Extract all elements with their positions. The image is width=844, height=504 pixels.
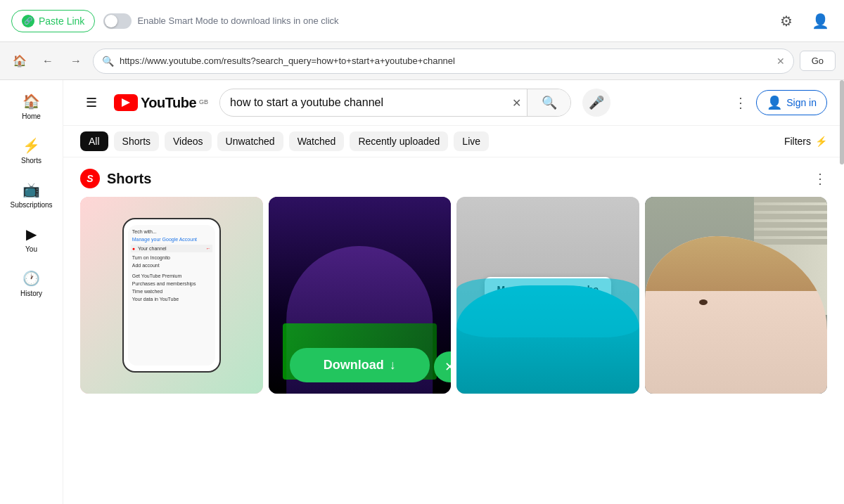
shorts-section-icon: S	[80, 169, 100, 188]
short-card-2[interactable]: NO VOICE Download ↓ ✕	[269, 197, 452, 394]
main-content: 🏠 Home ⚡ Shorts 📺 Subscriptions ▶ You 🕐 …	[0, 80, 844, 504]
search-submit-button[interactable]: 🔍	[527, 89, 570, 116]
sidebar-item-home[interactable]: 🏠 Home	[4, 86, 60, 127]
search-bar: ✕ 🔍	[219, 89, 571, 117]
filter-videos[interactable]: Videos	[165, 131, 212, 151]
short-card-4-bg	[645, 197, 828, 394]
download-icon: ↓	[390, 358, 396, 373]
scrollbar-thumb[interactable]	[840, 80, 844, 164]
sidebar-item-history-label: History	[20, 290, 42, 297]
filters-icon: ⚡	[815, 136, 827, 147]
url-input[interactable]	[120, 56, 771, 66]
sidebar-item-subscriptions-label: Subscriptions	[10, 201, 52, 209]
profile-button[interactable]: 👤	[807, 8, 833, 34]
scrollbar-track[interactable]	[838, 80, 844, 504]
toggle-knob	[105, 15, 117, 27]
go-button[interactable]: Go	[800, 51, 836, 71]
url-clear-button[interactable]: ✕	[776, 56, 785, 67]
url-bar: 🔍 ✕	[93, 49, 794, 74]
smart-mode-text: Enable Smart Mode to download links in o…	[137, 15, 338, 26]
youtube-main: ☰ YouTube GB ✕ 🔍 🎤 ⋮ 👤 Sign i	[63, 80, 844, 504]
short-card-4[interactable]	[645, 197, 828, 394]
youtube-logo-icon	[114, 94, 138, 111]
filter-shorts[interactable]: Shorts	[114, 131, 159, 151]
youtube-logo-text: YouTube	[141, 95, 196, 111]
browser-back-button[interactable]: ←	[37, 50, 59, 72]
mic-button[interactable]: 🎤	[582, 89, 610, 117]
filter-recently-uploaded[interactable]: Recently uploaded	[350, 131, 448, 151]
sign-in-label: Sign in	[786, 97, 817, 108]
shorts-more-button[interactable]: ⋮	[813, 170, 827, 187]
download-button[interactable]: Download ↓	[290, 348, 430, 382]
filters-label: Filters	[784, 136, 811, 147]
top-bar-right: ⚙ 👤	[774, 8, 833, 34]
sidebar-item-you[interactable]: ▶ You	[4, 219, 60, 260]
search-submit-icon: 🔍	[542, 95, 557, 110]
sidebar-item-home-label: Home	[22, 112, 41, 120]
shorts-grid: Tech with... Manage your Google Account …	[63, 197, 844, 405]
paste-link-label: Paste Link	[39, 15, 84, 27]
profile-icon: 👤	[812, 13, 829, 30]
more-options-button[interactable]: ⋮	[734, 94, 748, 111]
shorts-section-title: Shorts	[107, 171, 151, 187]
browser-bar: 🏠 ← → 🔍 ✕ Go	[0, 42, 844, 80]
youtube-sidebar: 🏠 Home ⚡ Shorts 📺 Subscriptions ▶ You 🕐 …	[0, 80, 63, 504]
shorts-sidebar-icon: ⚡	[23, 137, 40, 154]
short-card-3[interactable]: Me starting a youtube channel for fun..	[456, 197, 639, 394]
filters-button[interactable]: Filters ⚡	[784, 136, 827, 147]
sign-in-icon: 👤	[767, 95, 782, 110]
home-icon: 🏠	[23, 93, 40, 110]
filter-row: All Shorts Videos Unwatched Watched Rece…	[63, 126, 844, 157]
youtube-header-right: ⋮ 👤 Sign in	[734, 90, 827, 115]
you-icon: ▶	[26, 226, 37, 243]
download-label: Download	[324, 358, 384, 373]
youtube-logo-country: GB	[199, 98, 208, 105]
filter-watched[interactable]: Watched	[289, 131, 345, 151]
phone-mockup: Tech with... Manage your Google Account …	[122, 218, 221, 373]
teal-blob-2	[456, 278, 639, 337]
sidebar-item-subscriptions[interactable]: 📺 Subscriptions	[4, 174, 60, 216]
mic-icon: 🎤	[589, 95, 604, 110]
paste-link-button[interactable]: 🔗 Paste Link	[11, 10, 95, 32]
short-card-1-content: Tech with... Manage your Google Account …	[80, 197, 263, 394]
sidebar-item-history[interactable]: 🕐 History	[4, 263, 60, 304]
history-icon: 🕐	[23, 270, 40, 287]
sign-in-button[interactable]: 👤 Sign in	[756, 90, 827, 115]
search-clear-button[interactable]: ✕	[506, 96, 527, 110]
short-card-3-bg: Me starting a youtube channel for fun..	[456, 197, 639, 394]
sidebar-item-shorts-label: Shorts	[21, 157, 41, 164]
shorts-section-header: S Shorts ⋮	[63, 157, 844, 197]
search-input[interactable]	[220, 96, 506, 109]
download-overlay: Download ↓ ✕	[269, 348, 452, 394]
youtube-header: ☰ YouTube GB ✕ 🔍 🎤 ⋮ 👤 Sign i	[63, 80, 844, 126]
smart-mode-toggle-container: Enable Smart Mode to download links in o…	[103, 13, 338, 29]
search-icon: 🔍	[102, 56, 114, 67]
phone-screen: Tech with... Manage your Google Account …	[128, 225, 215, 366]
youtube-logo[interactable]: YouTube GB	[114, 94, 208, 111]
smart-mode-toggle[interactable]	[103, 13, 132, 29]
filter-all[interactable]: All	[80, 131, 108, 151]
close-icon: ✕	[445, 359, 452, 375]
browser-forward-button[interactable]: →	[65, 50, 87, 72]
subscriptions-icon: 📺	[23, 181, 40, 198]
settings-button[interactable]: ⚙	[774, 8, 799, 34]
filter-live[interactable]: Live	[454, 131, 489, 151]
sidebar-item-you-label: You	[25, 245, 37, 253]
person-eye	[699, 299, 708, 305]
short-card-1[interactable]: Tech with... Manage your Google Account …	[80, 197, 263, 394]
link-icon: 🔗	[22, 15, 34, 27]
filter-unwatched[interactable]: Unwatched	[217, 131, 283, 151]
browser-home-button[interactable]: 🏠	[8, 50, 31, 72]
hamburger-button[interactable]: ☰	[80, 89, 103, 116]
close-download-button[interactable]: ✕	[434, 351, 451, 382]
gear-icon: ⚙	[780, 13, 793, 30]
person-face	[645, 236, 828, 394]
sidebar-item-shorts[interactable]: ⚡ Shorts	[4, 130, 60, 172]
top-bar: 🔗 Paste Link Enable Smart Mode to downlo…	[0, 0, 844, 42]
